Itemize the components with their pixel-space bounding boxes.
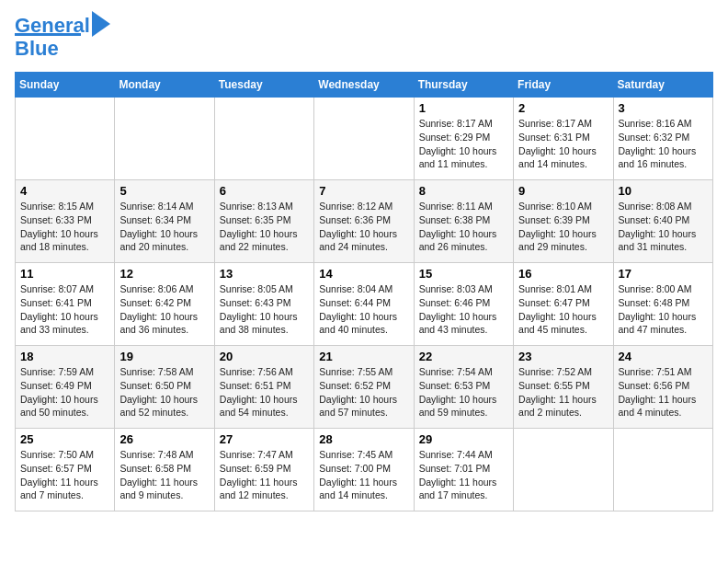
calendar-cell: 27Sunrise: 7:47 AM Sunset: 6:59 PM Dayli… xyxy=(214,429,313,511)
day-info: Sunrise: 7:56 AM Sunset: 6:51 PM Dayligh… xyxy=(220,365,309,419)
day-info: Sunrise: 8:17 AM Sunset: 6:29 PM Dayligh… xyxy=(419,117,508,171)
day-number: 20 xyxy=(220,350,309,363)
day-info: Sunrise: 8:11 AM Sunset: 6:38 PM Dayligh… xyxy=(419,200,508,254)
day-number: 14 xyxy=(319,267,408,281)
calendar-cell: 25Sunrise: 7:50 AM Sunset: 6:57 PM Dayli… xyxy=(16,429,115,511)
day-info: Sunrise: 7:54 AM Sunset: 6:53 PM Dayligh… xyxy=(419,365,508,419)
day-number: 27 xyxy=(220,432,309,446)
day-number: 13 xyxy=(220,267,309,281)
calendar-cell: 15Sunrise: 8:03 AM Sunset: 6:46 PM Dayli… xyxy=(414,263,513,346)
page-header: General Blue xyxy=(15,15,713,61)
day-number: 1 xyxy=(419,101,508,115)
calendar-cell: 2Sunrise: 8:17 AM Sunset: 6:31 PM Daylig… xyxy=(514,98,613,180)
calendar-cell xyxy=(115,98,214,180)
calendar-cell: 29Sunrise: 7:44 AM Sunset: 7:01 PM Dayli… xyxy=(414,429,513,511)
day-info: Sunrise: 8:12 AM Sunset: 6:36 PM Dayligh… xyxy=(319,200,408,254)
day-number: 8 xyxy=(419,184,508,198)
week-row-3: 11Sunrise: 8:07 AM Sunset: 6:41 PM Dayli… xyxy=(16,263,713,346)
day-header-thursday: Thursday xyxy=(414,73,513,98)
day-header-tuesday: Tuesday xyxy=(214,73,313,98)
week-row-2: 4Sunrise: 8:15 AM Sunset: 6:33 PM Daylig… xyxy=(16,180,713,263)
day-info: Sunrise: 8:04 AM Sunset: 6:44 PM Dayligh… xyxy=(319,282,408,337)
calendar-cell xyxy=(314,98,414,180)
calendar-cell xyxy=(514,429,613,511)
calendar-cell: 28Sunrise: 7:45 AM Sunset: 7:00 PM Dayli… xyxy=(314,429,414,511)
day-info: Sunrise: 7:44 AM Sunset: 7:01 PM Dayligh… xyxy=(419,448,508,502)
calendar-cell xyxy=(16,98,115,180)
day-info: Sunrise: 7:48 AM Sunset: 6:58 PM Dayligh… xyxy=(119,448,209,502)
day-number: 10 xyxy=(619,184,708,198)
day-number: 3 xyxy=(619,101,708,115)
day-number: 29 xyxy=(419,432,508,446)
calendar-cell: 9Sunrise: 8:10 AM Sunset: 6:39 PM Daylig… xyxy=(514,180,613,263)
calendar-cell: 22Sunrise: 7:54 AM Sunset: 6:53 PM Dayli… xyxy=(414,346,513,429)
day-number: 28 xyxy=(319,432,408,446)
calendar-cell: 7Sunrise: 8:12 AM Sunset: 6:36 PM Daylig… xyxy=(314,180,414,263)
day-number: 21 xyxy=(319,350,408,363)
day-number: 19 xyxy=(119,350,209,363)
day-number: 7 xyxy=(319,184,408,198)
day-info: Sunrise: 7:59 AM Sunset: 6:49 PM Dayligh… xyxy=(20,365,109,419)
day-info: Sunrise: 8:05 AM Sunset: 6:43 PM Dayligh… xyxy=(220,282,309,337)
day-number: 17 xyxy=(619,267,708,281)
day-info: Sunrise: 7:47 AM Sunset: 6:59 PM Dayligh… xyxy=(220,448,309,502)
day-info: Sunrise: 7:51 AM Sunset: 6:56 PM Dayligh… xyxy=(619,365,708,419)
day-info: Sunrise: 7:58 AM Sunset: 6:50 PM Dayligh… xyxy=(119,365,209,419)
day-info: Sunrise: 7:52 AM Sunset: 6:55 PM Dayligh… xyxy=(518,365,608,419)
calendar-cell: 6Sunrise: 8:13 AM Sunset: 6:35 PM Daylig… xyxy=(214,180,313,263)
calendar-cell: 21Sunrise: 7:55 AM Sunset: 6:52 PM Dayli… xyxy=(314,346,414,429)
day-info: Sunrise: 8:06 AM Sunset: 6:42 PM Dayligh… xyxy=(119,282,209,337)
week-row-4: 18Sunrise: 7:59 AM Sunset: 6:49 PM Dayli… xyxy=(16,346,713,429)
calendar-cell: 18Sunrise: 7:59 AM Sunset: 6:49 PM Dayli… xyxy=(16,346,115,429)
day-number: 12 xyxy=(119,267,209,281)
day-info: Sunrise: 8:16 AM Sunset: 6:32 PM Dayligh… xyxy=(619,117,708,171)
calendar-cell: 17Sunrise: 8:00 AM Sunset: 6:48 PM Dayli… xyxy=(613,263,712,346)
day-header-wednesday: Wednesday xyxy=(314,73,414,98)
logo-arrow-icon xyxy=(92,11,110,37)
calendar-cell: 13Sunrise: 8:05 AM Sunset: 6:43 PM Dayli… xyxy=(214,263,313,346)
calendar-cell: 11Sunrise: 8:07 AM Sunset: 6:41 PM Dayli… xyxy=(16,263,115,346)
day-number: 2 xyxy=(518,101,608,115)
day-info: Sunrise: 8:01 AM Sunset: 6:47 PM Dayligh… xyxy=(518,282,608,337)
calendar-header-row: SundayMondayTuesdayWednesdayThursdayFrid… xyxy=(16,73,713,98)
logo: General Blue xyxy=(15,15,110,61)
day-number: 4 xyxy=(20,184,109,198)
calendar-cell: 23Sunrise: 7:52 AM Sunset: 6:55 PM Dayli… xyxy=(514,346,613,429)
calendar-cell: 19Sunrise: 7:58 AM Sunset: 6:50 PM Dayli… xyxy=(115,346,214,429)
calendar-cell xyxy=(613,429,712,511)
day-info: Sunrise: 8:08 AM Sunset: 6:40 PM Dayligh… xyxy=(619,200,708,254)
day-number: 22 xyxy=(419,350,508,363)
day-number: 5 xyxy=(119,184,209,198)
calendar-table: SundayMondayTuesdayWednesdayThursdayFrid… xyxy=(15,72,713,511)
calendar-cell xyxy=(214,98,313,180)
day-number: 11 xyxy=(20,267,109,281)
calendar-cell: 5Sunrise: 8:14 AM Sunset: 6:34 PM Daylig… xyxy=(115,180,214,263)
calendar-cell: 12Sunrise: 8:06 AM Sunset: 6:42 PM Dayli… xyxy=(115,263,214,346)
day-header-saturday: Saturday xyxy=(613,73,712,98)
calendar-cell: 1Sunrise: 8:17 AM Sunset: 6:29 PM Daylig… xyxy=(414,98,513,180)
day-info: Sunrise: 8:07 AM Sunset: 6:41 PM Dayligh… xyxy=(20,282,109,337)
day-number: 6 xyxy=(220,184,309,198)
day-number: 23 xyxy=(518,350,608,363)
day-number: 26 xyxy=(119,432,209,446)
day-info: Sunrise: 8:03 AM Sunset: 6:46 PM Dayligh… xyxy=(419,282,508,337)
calendar-cell: 4Sunrise: 8:15 AM Sunset: 6:33 PM Daylig… xyxy=(16,180,115,263)
day-header-sunday: Sunday xyxy=(16,73,115,98)
calendar-cell: 8Sunrise: 8:11 AM Sunset: 6:38 PM Daylig… xyxy=(414,180,513,263)
day-number: 9 xyxy=(518,184,608,198)
day-info: Sunrise: 8:13 AM Sunset: 6:35 PM Dayligh… xyxy=(220,200,309,254)
day-info: Sunrise: 8:14 AM Sunset: 6:34 PM Dayligh… xyxy=(119,200,209,254)
day-number: 25 xyxy=(20,432,109,446)
week-row-1: 1Sunrise: 8:17 AM Sunset: 6:29 PM Daylig… xyxy=(16,98,713,180)
day-info: Sunrise: 7:45 AM Sunset: 7:00 PM Dayligh… xyxy=(319,448,408,502)
calendar-cell: 16Sunrise: 8:01 AM Sunset: 6:47 PM Dayli… xyxy=(514,263,613,346)
day-number: 16 xyxy=(518,267,608,281)
calendar-cell: 20Sunrise: 7:56 AM Sunset: 6:51 PM Dayli… xyxy=(214,346,313,429)
calendar-cell: 26Sunrise: 7:48 AM Sunset: 6:58 PM Dayli… xyxy=(115,429,214,511)
day-info: Sunrise: 7:55 AM Sunset: 6:52 PM Dayligh… xyxy=(319,365,408,419)
day-number: 15 xyxy=(419,267,508,281)
day-number: 24 xyxy=(619,350,708,363)
day-header-friday: Friday xyxy=(514,73,613,98)
day-info: Sunrise: 8:15 AM Sunset: 6:33 PM Dayligh… xyxy=(20,200,109,254)
calendar-cell: 14Sunrise: 8:04 AM Sunset: 6:44 PM Dayli… xyxy=(314,263,414,346)
